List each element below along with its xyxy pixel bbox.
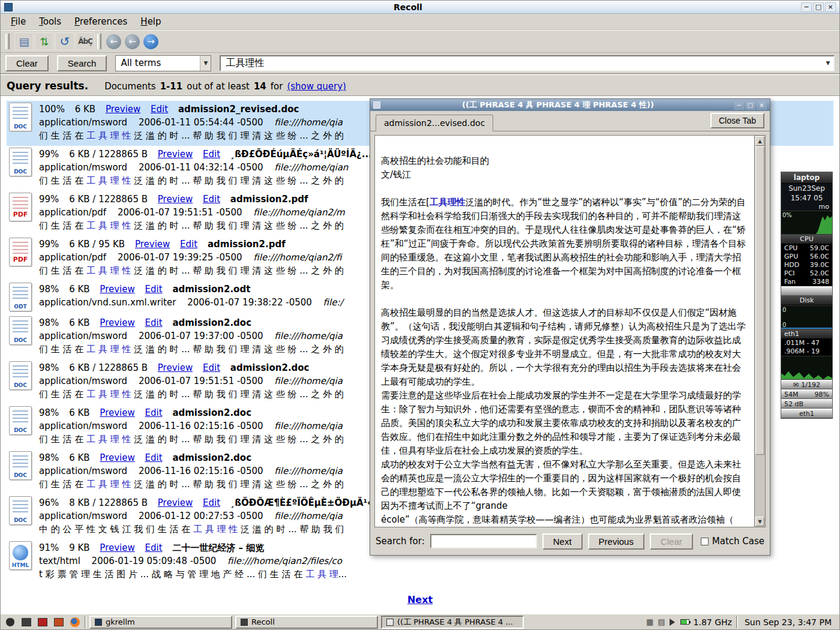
query-input[interactable]	[220, 55, 835, 71]
file-url: file:///home/qia	[274, 117, 343, 128]
mime-type: application/msword	[39, 331, 127, 341]
preview-paragraph: 高校招生最明显的目的当然是选拔人才。但这选拔人才的目标却不仅仅是人们假定“因材施…	[381, 306, 748, 389]
preview-clear-button[interactable]: Clear	[650, 533, 693, 550]
preview-link[interactable]: Preview	[158, 362, 193, 373]
swap-value: 52 dB	[784, 400, 803, 408]
chevron-down-icon[interactable]: ▼	[200, 56, 211, 71]
snippet: t 彩 票 管 理 生 活 图 片 ... 战 略 与 管 理 地 产 经 ..…	[39, 568, 831, 581]
preview-paragraph: 需要注意的是这些毕业后在社会上能成功发展的学生并不一定是在大学里学习成绩最好的学…	[381, 389, 748, 458]
menu-help[interactable]: Help	[134, 14, 167, 29]
menu-preferences[interactable]: Preferences	[68, 14, 134, 29]
query-history-icon[interactable]: ▼	[823, 57, 833, 70]
edit-link[interactable]: Edit	[145, 542, 163, 553]
keyboard-layout-icon[interactable]: ▦	[646, 617, 653, 626]
file-type-icon: DOC	[9, 361, 32, 390]
result-title: admission2.odt	[172, 284, 250, 295]
preview-close-icon[interactable]: ×	[757, 101, 767, 110]
preview-titlebar[interactable]: ((工 PHRASE 4 具 PHRASE 4 理 PHRASE 4 性)) ─…	[370, 99, 770, 111]
file-date: 2006-11-16 02:15:16 -0500	[139, 421, 263, 431]
edit-link[interactable]: Edit	[203, 194, 220, 205]
preview-previous-button[interactable]: Previous	[588, 533, 644, 550]
scroll-down-icon[interactable]: ▼	[755, 517, 764, 526]
preview-link[interactable]: Preview	[135, 239, 170, 250]
terminal-launcher-icon[interactable]	[20, 616, 33, 629]
preview-link[interactable]: Preview	[106, 104, 140, 115]
next-page-link[interactable]: Next	[407, 594, 433, 605]
toolbar-handle-2[interactable]	[97, 34, 101, 49]
preview-link[interactable]: Preview	[158, 149, 193, 160]
gkrellm-footer: eth1	[781, 409, 832, 418]
menu-tools[interactable]: Tools	[32, 14, 68, 29]
battery-icon[interactable]	[680, 619, 689, 625]
file-url: file:///home/qia	[274, 376, 343, 386]
edit-link[interactable]: Edit	[145, 317, 163, 328]
edit-link[interactable]: Edit	[203, 149, 220, 160]
preview-link[interactable]: Preview	[100, 542, 134, 553]
clear-button[interactable]: Clear	[5, 55, 49, 71]
preview-scrollbar[interactable]: ▲ ▼	[754, 135, 766, 527]
first-page-icon[interactable]: ←	[106, 34, 121, 49]
disk-chart: 0 0	[781, 305, 832, 329]
footprint-icon[interactable]	[4, 616, 17, 629]
next-page-icon[interactable]: →	[143, 34, 158, 49]
edit-link[interactable]: Edit	[145, 452, 163, 463]
query-builder-button[interactable]: ▤	[14, 32, 34, 50]
firefox-icon[interactable]	[68, 616, 82, 629]
scroll-up-icon[interactable]: ▲	[755, 136, 764, 146]
preview-tab[interactable]: admission2...evised.doc	[376, 115, 493, 131]
preview-search-input[interactable]	[430, 534, 537, 548]
mail-row[interactable]: ✉ 1/192	[781, 380, 832, 389]
file-url: file:///home/qian	[274, 162, 348, 173]
cpu-label: CPU	[781, 235, 832, 244]
minimize-icon[interactable]: ─	[801, 2, 812, 12]
task-gkrellm[interactable]: gkrellm	[89, 616, 232, 629]
edit-link[interactable]: Edit	[145, 407, 163, 418]
edit-link[interactable]: Edit	[180, 239, 197, 250]
preview-link[interactable]: Preview	[100, 452, 134, 463]
preview-maximize-icon[interactable]: □	[745, 101, 755, 110]
preview-link[interactable]: Preview	[100, 407, 134, 418]
menu-file[interactable]: File	[4, 14, 32, 29]
preview-link[interactable]: Preview	[158, 194, 193, 205]
toolbar-handle[interactable]	[5, 34, 10, 49]
volume-icon[interactable]	[670, 619, 679, 626]
file-date: 2006-01-11 04:32:14 -0500	[139, 162, 263, 173]
history-button[interactable]: ↺	[55, 32, 74, 50]
preview-window-icon	[373, 101, 380, 109]
preview-minimize-icon[interactable]: ─	[734, 101, 744, 110]
memory-row[interactable]: 54M 98%	[781, 389, 832, 399]
preview-link[interactable]: Preview	[100, 317, 134, 328]
main-titlebar[interactable]: Recoll ─ □ ×	[1, 1, 839, 14]
match-case-label: Match Case	[712, 536, 764, 547]
task-recoll[interactable]: Recoll	[235, 616, 378, 629]
package-launcher-icon[interactable]	[52, 616, 65, 629]
display-launcher-icon[interactable]	[36, 616, 49, 629]
preview-link[interactable]: Preview	[158, 497, 193, 508]
term-explorer-button[interactable]: ÂbÇ	[76, 32, 95, 50]
preview-link[interactable]: Preview	[100, 284, 134, 295]
scrollbar-thumb[interactable]	[755, 146, 764, 455]
gkrellm-mo: mo	[781, 203, 832, 211]
edit-link[interactable]: Edit	[151, 104, 168, 115]
close-icon[interactable]: ×	[825, 2, 836, 12]
match-case-checkbox[interactable]	[701, 538, 709, 545]
preview-next-button[interactable]: Next	[542, 533, 583, 550]
close-tab-button[interactable]: Close Tab	[710, 113, 764, 128]
edit-link[interactable]: Edit	[203, 362, 220, 373]
edit-link[interactable]: Edit	[203, 497, 220, 508]
show-query-link[interactable]: (show query)	[287, 81, 346, 92]
taskbar-clock[interactable]: Sun Sep 23, 3:47 PM	[742, 617, 836, 627]
prev-page-icon[interactable]: ←	[125, 34, 140, 49]
edit-link[interactable]: Edit	[145, 284, 163, 295]
workspace-grid-icon[interactable]: ▤	[658, 617, 665, 626]
krell-panel[interactable]	[781, 286, 832, 296]
task-preview[interactable]: ((工 PHRASE 4 具 PHRASE 4 ...	[381, 616, 524, 629]
result-title: admission2_revised.doc	[178, 104, 299, 115]
maximize-icon[interactable]: □	[813, 2, 824, 12]
preview-text[interactable]: 高校招生的社会功能和目的文/钱江 我们生活在[工具理性泛滥的时代。作为“世之显学…	[374, 135, 754, 527]
sort-button[interactable]: ⇅	[35, 32, 54, 50]
search-mode-select[interactable]: All terms ▼	[115, 55, 211, 71]
swap-row[interactable]: 52 dB	[781, 399, 832, 409]
search-button[interactable]: Search	[57, 55, 107, 71]
window-title: Recoll	[16, 2, 800, 12]
